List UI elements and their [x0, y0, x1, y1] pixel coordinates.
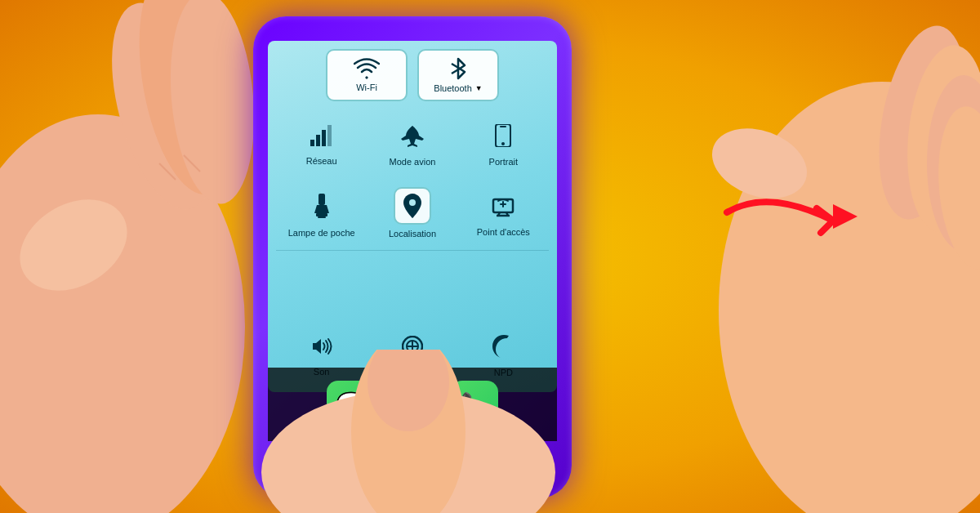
mode-avion-tile[interactable]: Mode avion	[386, 115, 439, 170]
divider	[276, 250, 549, 251]
hand-right	[612, 0, 980, 513]
mode-avion-label: Mode avion	[390, 157, 436, 167]
bluetooth-dropdown-arrow[interactable]: ▼	[475, 84, 483, 92]
scene: Wi-Fi Bluetooth ▼	[0, 0, 980, 513]
wifi-tile[interactable]: Wi-Fi	[326, 49, 408, 101]
svg-rect-10	[327, 125, 332, 146]
top-row: Wi-Fi Bluetooth ▼	[276, 49, 549, 108]
flashlight-icon	[314, 194, 329, 218]
hotspot-icon	[492, 194, 514, 217]
airplane-icon	[401, 124, 424, 147]
bluetooth-tile[interactable]: Bluetooth ▼	[417, 49, 499, 101]
svg-rect-16	[318, 216, 326, 218]
point-acces-tile-box	[483, 189, 523, 223]
reseau-icon	[310, 125, 333, 146]
localisation-label: Localisation	[389, 229, 436, 239]
bluetooth-icon	[448, 57, 468, 80]
hand-bottom-thumb	[204, 350, 612, 513]
svg-point-17	[409, 199, 416, 206]
svg-rect-15	[316, 213, 327, 216]
bluetooth-label-row: Bluetooth ▼	[434, 83, 482, 93]
svg-point-13	[501, 142, 505, 145]
row-2: Réseau Mode avion	[276, 108, 549, 178]
portrait-label: Portrait	[489, 157, 518, 167]
svg-rect-7	[310, 140, 314, 146]
row-3: Lampe de poche Localisation	[276, 178, 549, 248]
lampe-tile[interactable]: Lampe de poche	[285, 185, 359, 241]
mode-avion-tile-box	[392, 118, 433, 153]
point-acces-label: Point d'accès	[477, 227, 530, 237]
phone-screen: Wi-Fi Bluetooth ▼	[268, 41, 557, 392]
wifi-icon	[354, 58, 380, 79]
point-acces-tile[interactable]: Point d'accès	[474, 185, 533, 240]
portrait-tile[interactable]: Portrait	[482, 115, 524, 170]
portrait-tile-box	[485, 118, 521, 153]
svg-rect-12	[500, 126, 506, 127]
reseau-tile-box	[301, 119, 342, 152]
lampe-label: Lampe de poche	[288, 228, 355, 238]
lampe-tile-box	[305, 188, 338, 224]
localisation-tile[interactable]: Localisation	[385, 184, 439, 242]
reseau-label: Réseau	[306, 156, 337, 166]
localisation-tile-box	[394, 187, 431, 225]
svg-rect-9	[322, 130, 326, 146]
reseau-tile[interactable]: Réseau	[298, 116, 345, 169]
svg-rect-8	[316, 135, 320, 146]
bluetooth-label: Bluetooth	[434, 83, 471, 93]
svg-marker-32	[833, 204, 858, 229]
portrait-icon	[494, 124, 512, 147]
svg-rect-14	[318, 194, 325, 205]
wifi-label: Wi-Fi	[356, 83, 377, 92]
red-arrow	[719, 180, 866, 248]
control-center-grid: Wi-Fi Bluetooth ▼	[268, 41, 557, 392]
location-icon	[403, 194, 421, 218]
